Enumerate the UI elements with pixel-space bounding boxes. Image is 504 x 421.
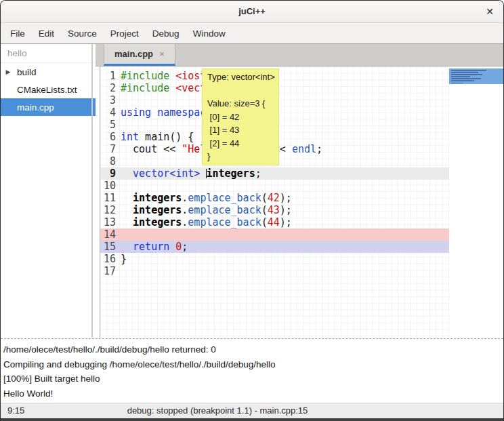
- pane-splitter[interactable]: [1, 338, 503, 340]
- tree-item-label: CMakeLists.txt: [1, 85, 77, 95]
- status-debug-message: debug: stopped (breakpoint 1.1) - main.c…: [1, 405, 434, 416]
- tooltip-line: }: [207, 150, 274, 163]
- line-number[interactable]: 11: [100, 192, 116, 204]
- code-line-17[interactable]: 17: [100, 265, 449, 277]
- tooltip-line: [207, 84, 274, 98]
- tooltip-line: Value: size=3 {: [207, 97, 274, 111]
- tab-bar: main.cpp ×: [96, 44, 503, 66]
- tree-item-label: main.cpp: [1, 102, 54, 113]
- line-content: vector<int> integers;: [116, 167, 261, 180]
- line-content: int main() {: [116, 131, 194, 143]
- editor-content: 1#include <iostream>2#include <vector>34…: [96, 66, 503, 338]
- sidebar-item-cmakelists-txt[interactable]: CMakeLists.txt: [1, 81, 96, 98]
- terminal-line: Hello World!: [3, 386, 501, 401]
- line-number[interactable]: 9: [100, 167, 116, 180]
- minimap-viewport[interactable]: [449, 68, 503, 84]
- line-content: integers.emplace_back(42);: [116, 192, 292, 204]
- minimap-code-line: [451, 74, 482, 75]
- line-content: [116, 119, 121, 131]
- terminal-line: [100%] Built target hello: [3, 372, 501, 386]
- line-number[interactable]: 5: [100, 119, 116, 131]
- sidebar-item-build[interactable]: ▶build: [1, 63, 96, 81]
- line-number[interactable]: 2: [100, 82, 116, 94]
- line-number[interactable]: 7: [100, 143, 116, 155]
- status-bar: 9:15 debug: stopped (breakpoint 1.1) - m…: [1, 403, 503, 418]
- minimap-code-line: [451, 78, 481, 79]
- line-number[interactable]: 10: [100, 180, 116, 192]
- minimap[interactable]: [449, 66, 503, 338]
- title-bar[interactable]: juCi++ ✕: [1, 1, 503, 23]
- menu-item-window[interactable]: Window: [186, 25, 232, 42]
- menu-item-file[interactable]: File: [3, 25, 32, 42]
- line-number[interactable]: 16: [100, 253, 116, 265]
- main-area: hello ▶buildCMakeLists.txtmain.cpp main.…: [1, 44, 503, 338]
- tab-label: main.cpp: [114, 49, 153, 59]
- minimap-code-line: [451, 70, 486, 71]
- line-number[interactable]: 12: [100, 204, 116, 216]
- code-line-16[interactable]: 16}: [100, 253, 449, 265]
- menu-item-debug[interactable]: Debug: [146, 25, 186, 42]
- line-number[interactable]: 3: [100, 94, 116, 106]
- expander-icon[interactable]: ▶: [1, 68, 12, 75]
- menu-item-source[interactable]: Source: [61, 25, 104, 42]
- sidebar-scrollbar[interactable]: [91, 44, 93, 338]
- minimap-code-line: [451, 76, 470, 77]
- code-line-9[interactable]: 9 vector<int> integers;: [100, 167, 449, 180]
- line-number[interactable]: 15: [100, 241, 116, 253]
- minimap-code-line: [451, 80, 474, 81]
- code-line-14[interactable]: 14: [100, 228, 449, 241]
- line-number[interactable]: 6: [100, 131, 116, 143]
- line-number[interactable]: 1: [100, 70, 116, 82]
- window-title: juCi++: [1, 1, 503, 22]
- tree-item-label: build: [12, 67, 37, 77]
- line-number[interactable]: 4: [100, 106, 116, 119]
- terminal-line: /home/olece/test/hello/./build/debug/hel…: [3, 342, 501, 357]
- tooltip-line: Type: vector<int>: [207, 71, 274, 84]
- tooltip-line: [2] = 44: [207, 137, 274, 151]
- line-content: integers.emplace_back(43);: [116, 204, 292, 216]
- menu-item-edit[interactable]: Edit: [32, 25, 61, 42]
- editor-pane: main.cpp × 1#include <iostream>2#include…: [96, 44, 503, 338]
- code-line-15[interactable]: 15 return 0;: [100, 241, 449, 253]
- line-number[interactable]: 8: [100, 155, 116, 167]
- code-line-13[interactable]: 13 integers.emplace_back(44);: [100, 216, 449, 228]
- line-content: [116, 228, 121, 241]
- line-number[interactable]: 13: [100, 216, 116, 228]
- terminal-output[interactable]: /home/olece/test/hello/./build/debug/hel…: [1, 340, 503, 403]
- line-content: integers.emplace_back(44);: [116, 216, 292, 228]
- project-name-label: hello: [1, 44, 96, 63]
- minimap-code-line: [451, 83, 463, 84]
- sidebar-item-main-cpp[interactable]: main.cpp: [1, 98, 96, 116]
- terminal-line: Compiling and debugging /home/olece/test…: [3, 357, 501, 372]
- menu-item-project[interactable]: Project: [104, 25, 146, 42]
- file-tree-sidebar: hello ▶buildCMakeLists.txtmain.cpp: [1, 44, 96, 338]
- code-line-12[interactable]: 12 integers.emplace_back(43);: [100, 204, 449, 216]
- file-tree: ▶buildCMakeLists.txtmain.cpp: [1, 63, 96, 116]
- tab-close-icon[interactable]: ×: [159, 49, 165, 59]
- tab-main-cpp[interactable]: main.cpp ×: [104, 44, 175, 66]
- line-content: [116, 155, 121, 167]
- tooltip-line: [0] = 42: [207, 111, 274, 124]
- code-line-10[interactable]: 10: [100, 180, 449, 192]
- debug-value-tooltip: Type: vector<int> Value: size=3 { [0] = …: [202, 68, 279, 165]
- app-window: juCi++ ✕ FileEditSourceProjectDebugWindo…: [0, 0, 504, 421]
- line-content: [116, 265, 121, 277]
- line-content: }: [116, 253, 127, 265]
- line-content: [116, 94, 121, 106]
- line-number[interactable]: 14: [100, 228, 116, 241]
- menu-bar: FileEditSourceProjectDebugWindow: [1, 23, 503, 44]
- line-number[interactable]: 17: [100, 265, 116, 277]
- window-bottom-edge: [1, 418, 503, 421]
- tooltip-line: [1] = 43: [207, 123, 274, 137]
- close-icon[interactable]: ✕: [486, 1, 494, 22]
- line-content: return 0;: [116, 241, 188, 253]
- code-line-11[interactable]: 11 integers.emplace_back(42);: [100, 192, 449, 204]
- line-content: [116, 180, 121, 192]
- minimap-code-line: [451, 72, 478, 73]
